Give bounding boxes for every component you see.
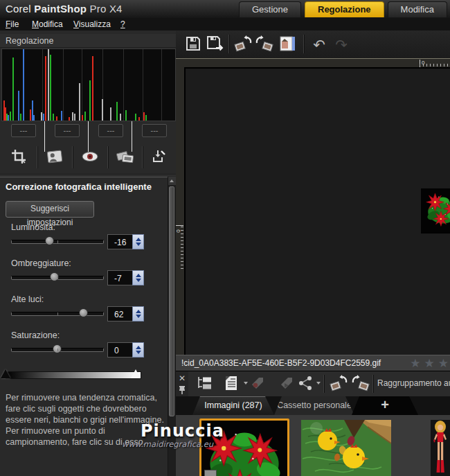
- grouping-label[interactable]: Raggruppamento aut: [377, 371, 450, 396]
- spin-down-icon: [136, 243, 141, 246]
- title-bar: Corel PaintShop Pro X4 Gestione Regolazi…: [0, 0, 450, 18]
- slider-thumb[interactable]: [79, 308, 88, 317]
- organizer-rotate-left-button[interactable]: [329, 374, 348, 394]
- histogram-spike-green: [89, 80, 91, 121]
- rotate-left-icon: [233, 35, 253, 55]
- spin-up-icon: [136, 274, 141, 277]
- histogram-gridline: [161, 49, 162, 121]
- histogram-spike-green: [53, 114, 54, 121]
- saturation-spinner[interactable]: [132, 342, 144, 358]
- dropdown-icon[interactable]: [316, 382, 321, 385]
- red-eye-tool-icon: [81, 150, 99, 166]
- tab-regolazione[interactable]: Regolazione: [305, 1, 384, 17]
- apply-tool-icon: [150, 148, 167, 167]
- adjust-panel: Regolazione --- --- --- ---: [0, 30, 177, 476]
- tab-gestione[interactable]: Gestione: [239, 1, 301, 17]
- histogram-gridline: [123, 49, 124, 121]
- histogram-gridline: [82, 49, 82, 121]
- shadows-label: Ombreggiature:: [11, 258, 115, 268]
- histogram-spike-gray: [102, 99, 103, 121]
- tab-add[interactable]: +: [352, 396, 418, 415]
- tag-play-icon: [279, 376, 294, 393]
- saturation-value[interactable]: 0: [107, 342, 132, 358]
- spin-down-icon: [136, 279, 141, 282]
- brightness-spinner[interactable]: [132, 234, 144, 249]
- tab-cassetto-personale[interactable]: Cassetto personale: [274, 396, 354, 415]
- file-type-badge: [204, 470, 217, 476]
- star-icon[interactable]: ★: [438, 357, 449, 370]
- histogram-gridline: [42, 49, 43, 121]
- brightness-label: Luminosità:: [11, 222, 115, 232]
- tab-modifica[interactable]: Modifica: [388, 1, 447, 17]
- workspace-tabs: Gestione Regolazione Modifica: [235, 0, 447, 18]
- saturation-label: Saturazione:: [11, 330, 115, 340]
- white-balance-gradient-bar: [6, 371, 141, 379]
- save-icon: [185, 35, 201, 54]
- rotate-right-button[interactable]: [254, 34, 275, 55]
- scroll-up-icon[interactable]: [168, 177, 176, 185]
- star-icon[interactable]: ★: [410, 357, 420, 370]
- histogram-spike-red: [82, 115, 83, 121]
- share-button[interactable]: [296, 374, 316, 394]
- undo-button[interactable]: ↶: [309, 34, 330, 55]
- histogram-spike-gray: [79, 83, 80, 121]
- scrollbar-thumb[interactable]: [169, 186, 174, 416]
- save-button[interactable]: [183, 34, 204, 55]
- vertical-ruler: 0: [176, 67, 184, 355]
- menu-bar: File Modifica Visualizza ?: [0, 18, 450, 31]
- highlights-slider: 62: [0, 306, 176, 324]
- resize-button[interactable]: [277, 34, 298, 55]
- menu-file[interactable]: File: [1, 18, 23, 30]
- makeover-tool-button[interactable]: [37, 143, 72, 171]
- white-point-marker[interactable]: [131, 369, 141, 378]
- rotate-left-button[interactable]: [233, 34, 253, 55]
- menu-help[interactable]: ?: [116, 18, 129, 30]
- main-toolbar: ↶ ↷: [176, 30, 450, 58]
- histogram-spike-green: [12, 58, 14, 121]
- thumbnail-chicks[interactable]: [301, 420, 391, 476]
- undo-icon: ↶: [313, 37, 325, 52]
- shadows-value[interactable]: -7: [107, 270, 132, 285]
- tag-button[interactable]: [248, 374, 267, 394]
- suggest-settings-button[interactable]: Suggerisci impostazioni: [6, 201, 94, 218]
- histogram: [1, 49, 176, 121]
- save-as-button[interactable]: [205, 34, 226, 55]
- black-point-marker[interactable]: [1, 369, 10, 378]
- watermark-site: www.maidiregrafica.eu: [122, 439, 213, 449]
- image-status-bar: !cid_0A0A383E-AF5E-460E-B5F2-9D03D4FC255…: [176, 355, 450, 371]
- histogram-value-4: ---: [142, 124, 167, 137]
- thumbnail-doll[interactable]: [431, 420, 450, 476]
- red-eye-tool-button[interactable]: [73, 143, 107, 171]
- rating-stars[interactable]: ★★★: [406, 356, 449, 371]
- apply-tool-button[interactable]: [143, 143, 174, 171]
- tag-play-button[interactable]: [277, 374, 296, 394]
- menu-modifica[interactable]: Modifica: [28, 18, 67, 30]
- rotate-left-icon: [329, 374, 348, 394]
- share-icon: [297, 376, 315, 393]
- highlights-spinner[interactable]: [132, 306, 144, 321]
- star-icon[interactable]: ★: [424, 357, 435, 370]
- menu-visualizza[interactable]: Visualizza: [69, 18, 115, 30]
- organizer-tabs: Immagini (287) Cassetto personale +: [176, 396, 450, 415]
- redo-button[interactable]: ↷: [331, 34, 352, 55]
- list-view-icon: [224, 375, 239, 394]
- spin-up-icon: [136, 238, 141, 241]
- tree-view-button[interactable]: [195, 374, 215, 394]
- histogram-spike-gray: [48, 49, 49, 121]
- tab-immagini[interactable]: Immagini (287): [192, 396, 274, 415]
- organizer-rotate-right-button[interactable]: [351, 374, 370, 394]
- histogram-spike-red: [56, 116, 57, 121]
- close-icon[interactable]: ✕: [179, 373, 186, 383]
- brightness-value[interactable]: -16: [107, 234, 132, 249]
- histogram-spike-blue: [23, 49, 24, 121]
- list-view-button[interactable]: [222, 374, 241, 394]
- shadows-spinner[interactable]: [132, 270, 144, 285]
- histogram-spike-green: [145, 115, 147, 121]
- crop-tool-button[interactable]: [1, 143, 36, 171]
- histogram-gridline: [63, 49, 64, 121]
- pin-icon[interactable]: [178, 385, 186, 397]
- document-canvas[interactable]: [184, 67, 450, 355]
- thumbnails-tool-button[interactable]: [108, 143, 143, 171]
- highlights-value[interactable]: 62: [107, 306, 132, 321]
- slider-thumb[interactable]: [45, 236, 54, 245]
